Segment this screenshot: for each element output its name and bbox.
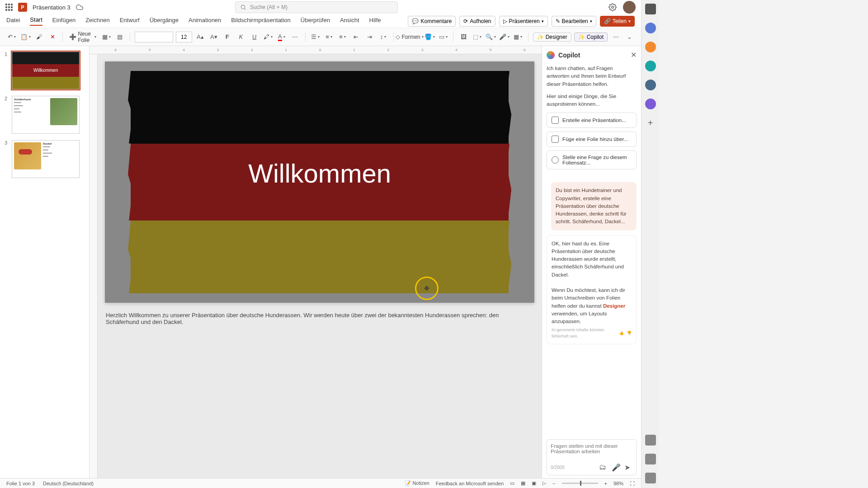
menu-hilfe[interactable]: Hilfe <box>369 17 381 25</box>
bearbeiten-button[interactable]: ✎ Bearbeiten ▾ <box>552 16 596 27</box>
collapse-ribbon-button[interactable]: ⌄ <box>624 31 635 43</box>
find-button[interactable]: 🔍▾ <box>485 31 496 43</box>
menu-bildschirmpraesentation[interactable]: Bildschirmpräsentation <box>231 17 291 25</box>
language-status[interactable]: Deutsch (Deutschland) <box>43 481 94 486</box>
underline-button[interactable]: U <box>249 31 260 43</box>
zoom-in-button[interactable]: + <box>604 481 607 486</box>
slide-thumb-3[interactable]: Dackel━━━━━━━━━━━━━━━ <box>12 140 80 178</box>
slide-thumb-1[interactable]: Willkommen <box>12 52 80 89</box>
more-toolbar-button[interactable]: ⋯ <box>610 31 621 43</box>
paste-button[interactable]: 📋▾ <box>20 31 31 43</box>
horizontal-ruler: 6543210123456 <box>90 46 542 54</box>
decrease-font-button[interactable]: A▾ <box>208 31 219 43</box>
rail-settings-icon[interactable] <box>645 473 656 483</box>
designer-link[interactable]: Designer <box>603 303 625 309</box>
font-size-select[interactable] <box>176 32 192 42</box>
thumb-image <box>14 142 41 169</box>
kommentare-button[interactable]: 💬 Kommentare <box>408 16 456 27</box>
rail-app-icon[interactable] <box>645 61 656 71</box>
slide-counter: Folie 1 von 3 <box>6 481 35 486</box>
indent-decrease-button[interactable]: ⇤ <box>351 31 362 43</box>
delete-button[interactable]: ✕ <box>47 31 58 43</box>
table-button[interactable]: ▦▾ <box>513 31 524 43</box>
rail-app-icon[interactable] <box>645 42 656 52</box>
thumb-title: Dackel <box>43 142 52 145</box>
font-color-button[interactable]: A▾ <box>276 31 287 43</box>
send-icon[interactable]: ➤ <box>624 463 632 471</box>
menu-start[interactable]: Start <box>30 16 42 26</box>
menu-entwurf[interactable]: Entwurf <box>120 17 140 25</box>
view-sorter-icon[interactable]: ▦ <box>521 480 525 486</box>
slide-canvas[interactable]: Willkommen <box>105 61 534 303</box>
menu-ueberpruefen[interactable]: Überprüfen <box>301 17 330 25</box>
new-slide-button[interactable]: ➕ Neue Folie▾ <box>67 31 98 43</box>
highlight-button[interactable]: 🖍▾ <box>263 31 274 43</box>
menu-uebergaenge[interactable]: Übergänge <box>150 17 179 25</box>
settings-icon[interactable] <box>609 3 617 11</box>
notes-toggle[interactable]: 📝 Notizen <box>405 480 429 486</box>
numbering-button[interactable]: ≡▾ <box>324 31 335 43</box>
copilot-suggestion-3[interactable]: Stelle eine Frage zu diesem Foliensatz..… <box>547 150 637 169</box>
shape-outline-button[interactable]: ▭▾ <box>438 31 448 43</box>
document-title[interactable]: Präsentation 3 <box>33 4 71 11</box>
menu-datei[interactable]: Datei <box>6 17 20 25</box>
copilot-input[interactable] <box>551 443 632 460</box>
menu-zeichnen[interactable]: Zeichnen <box>85 17 109 25</box>
attach-icon[interactable]: 🗂 <box>599 463 607 471</box>
speaker-notes[interactable]: Herzlich Willkommen zu unserer Präsentat… <box>105 309 534 328</box>
undo-button[interactable]: ↶▾ <box>6 31 17 43</box>
align-button[interactable]: ≡▾ <box>337 31 348 43</box>
bold-button[interactable]: F <box>222 31 233 43</box>
dictate-button[interactable]: 🎤▾ <box>499 31 510 43</box>
copilot-button[interactable]: ✨ Copilot <box>574 33 608 42</box>
italic-button[interactable]: K <box>236 31 246 43</box>
rail-app-icon[interactable] <box>645 454 656 465</box>
user-avatar[interactable] <box>623 1 636 14</box>
designer-button[interactable]: ✨ Designer <box>533 33 571 42</box>
copilot-close-button[interactable]: ✕ <box>631 51 637 59</box>
view-slideshow-icon[interactable]: ▷ <box>542 480 546 486</box>
indent-increase-button[interactable]: ⇥ <box>364 31 375 43</box>
thumbs-down-icon[interactable]: 👎 <box>627 330 632 337</box>
increase-font-button[interactable]: A▴ <box>195 31 206 43</box>
rail-app-icon[interactable] <box>645 80 656 90</box>
mic-icon[interactable]: 🎤 <box>612 463 620 471</box>
bullets-button[interactable]: ☰▾ <box>310 31 321 43</box>
rail-app-icon[interactable] <box>645 435 656 446</box>
slide-thumb-2[interactable]: Schäferhund━━━━━━━━━━━━━━━━ <box>12 96 80 134</box>
line-spacing-button[interactable]: ↕▾ <box>378 31 389 43</box>
rail-app-icon[interactable] <box>645 23 656 33</box>
app-launcher-icon[interactable] <box>5 4 13 11</box>
view-normal-icon[interactable]: ▭ <box>510 480 514 486</box>
feedback-link[interactable]: Feedback an Microsoft senden <box>436 481 504 486</box>
zoom-out-button[interactable]: − <box>552 481 555 486</box>
reset-button[interactable]: ▧ <box>114 31 125 43</box>
rail-search-icon[interactable] <box>645 4 656 14</box>
layout-button[interactable]: ▦▾ <box>101 31 112 43</box>
zoom-slider[interactable] <box>562 483 598 484</box>
menu-einfuegen[interactable]: Einfügen <box>52 17 75 25</box>
thumb-image <box>50 98 77 125</box>
aufholen-button[interactable]: ⟳ Aufholen <box>459 16 495 27</box>
copilot-suggestion-2[interactable]: Füge eine Folie hinzu über... <box>547 131 637 147</box>
shapes-button[interactable]: ◇ Formen▾ <box>398 31 421 43</box>
arrange-button[interactable]: ⬚▾ <box>472 31 482 43</box>
fit-to-window-button[interactable]: ⛶ <box>630 481 635 486</box>
menu-ansicht[interactable]: Ansicht <box>340 17 359 25</box>
format-painter-button[interactable]: 🖌 <box>33 31 44 43</box>
teilen-button[interactable]: 🔗 Teilen ▾ <box>600 16 635 27</box>
zoom-level[interactable]: 98% <box>613 481 623 486</box>
copilot-suggestion-1[interactable]: Erstelle eine Präsentation... <box>547 113 637 128</box>
view-reading-icon[interactable]: ▣ <box>532 480 536 486</box>
font-select[interactable] <box>135 32 173 42</box>
menu-animationen[interactable]: Animationen <box>189 17 221 25</box>
praesentieren-button[interactable]: ▷ Präsentieren ▾ <box>499 16 548 27</box>
rail-add-icon[interactable]: + <box>645 117 656 128</box>
search-input[interactable]: Suche (Alt + M) <box>235 1 398 13</box>
picture-button[interactable]: 🖼 <box>458 31 469 43</box>
shape-fill-button[interactable]: 🪣▾ <box>424 31 435 43</box>
slide-title-text[interactable]: Willkommen <box>105 158 534 188</box>
rail-app-icon[interactable] <box>645 99 656 109</box>
more-font-button[interactable]: ⋯ <box>290 31 301 43</box>
thumbs-up-icon[interactable]: 👍 <box>619 330 624 337</box>
